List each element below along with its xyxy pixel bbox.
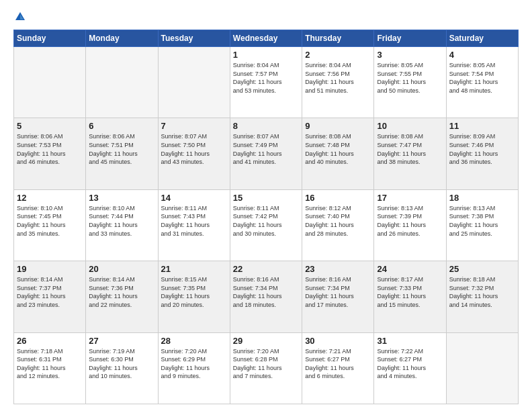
day-info: Sunrise: 7:20 AMSunset: 6:29 PMDaylight:…: [161, 347, 227, 381]
day-number: 14: [161, 193, 227, 203]
weekday-monday: Monday: [86, 30, 158, 47]
calendar-cell: [14, 47, 86, 118]
day-info: Sunrise: 8:13 AMSunset: 7:39 PMDaylight:…: [377, 204, 443, 238]
calendar-cell: 18Sunrise: 8:13 AMSunset: 7:38 PMDayligh…: [446, 189, 518, 261]
day-info: Sunrise: 8:07 AMSunset: 7:49 PMDaylight:…: [233, 132, 299, 166]
calendar-cell: 3Sunrise: 8:05 AMSunset: 7:55 PMDaylight…: [374, 47, 446, 118]
day-number: 5: [17, 121, 83, 131]
calendar-cell: 25Sunrise: 8:18 AMSunset: 7:32 PMDayligh…: [446, 261, 518, 332]
logo-icon: [14, 11, 26, 23]
day-number: 2: [305, 50, 371, 60]
calendar-cell: 27Sunrise: 7:19 AMSunset: 6:30 PMDayligh…: [86, 332, 158, 404]
day-number: 1: [233, 50, 299, 60]
calendar-cell: 6Sunrise: 8:06 AMSunset: 7:51 PMDaylight…: [86, 118, 158, 189]
calendar-cell: 19Sunrise: 8:14 AMSunset: 7:37 PMDayligh…: [14, 261, 86, 332]
calendar-cell: 15Sunrise: 8:11 AMSunset: 7:42 PMDayligh…: [230, 189, 302, 261]
calendar-cell: 11Sunrise: 8:09 AMSunset: 7:46 PMDayligh…: [446, 118, 518, 189]
day-number: 10: [377, 121, 443, 131]
day-info: Sunrise: 7:19 AMSunset: 6:30 PMDaylight:…: [89, 347, 154, 381]
calendar-cell: [446, 332, 518, 404]
day-info: Sunrise: 7:20 AMSunset: 6:28 PMDaylight:…: [233, 347, 299, 381]
header: [13, 12, 519, 23]
week-row-2: 12Sunrise: 8:10 AMSunset: 7:45 PMDayligh…: [14, 189, 519, 261]
calendar-table: SundayMondayTuesdayWednesdayThursdayFrid…: [13, 30, 519, 404]
calendar-cell: 10Sunrise: 8:08 AMSunset: 7:47 PMDayligh…: [374, 118, 446, 189]
calendar-cell: 22Sunrise: 8:16 AMSunset: 7:34 PMDayligh…: [230, 261, 302, 332]
day-number: 21: [161, 264, 227, 274]
weekday-sunday: Sunday: [14, 30, 86, 47]
day-info: Sunrise: 8:11 AMSunset: 7:42 PMDaylight:…: [233, 204, 299, 238]
day-number: 26: [17, 336, 83, 346]
day-info: Sunrise: 8:14 AMSunset: 7:37 PMDaylight:…: [17, 275, 83, 309]
day-info: Sunrise: 8:10 AMSunset: 7:45 PMDaylight:…: [17, 204, 83, 238]
day-number: 20: [89, 264, 154, 274]
day-info: Sunrise: 8:09 AMSunset: 7:46 PMDaylight:…: [449, 132, 515, 166]
day-number: 25: [449, 264, 515, 274]
calendar-cell: 4Sunrise: 8:05 AMSunset: 7:54 PMDaylight…: [446, 47, 518, 118]
calendar-cell: 14Sunrise: 8:11 AMSunset: 7:43 PMDayligh…: [158, 189, 230, 261]
day-number: 23: [305, 264, 371, 274]
day-info: Sunrise: 8:05 AMSunset: 7:54 PMDaylight:…: [449, 61, 515, 95]
day-number: 31: [377, 336, 443, 346]
calendar-cell: 17Sunrise: 8:13 AMSunset: 7:39 PMDayligh…: [374, 189, 446, 261]
day-info: Sunrise: 8:06 AMSunset: 7:51 PMDaylight:…: [89, 132, 154, 166]
day-number: 22: [233, 264, 299, 274]
calendar-cell: 23Sunrise: 8:16 AMSunset: 7:34 PMDayligh…: [302, 261, 374, 332]
day-number: 12: [17, 193, 83, 203]
weekday-thursday: Thursday: [302, 30, 374, 47]
day-number: 8: [233, 121, 299, 131]
day-number: 17: [377, 193, 443, 203]
calendar-cell: 26Sunrise: 7:18 AMSunset: 6:31 PMDayligh…: [14, 332, 86, 404]
day-info: Sunrise: 8:12 AMSunset: 7:40 PMDaylight:…: [305, 204, 371, 238]
calendar-cell: [86, 47, 158, 118]
day-info: Sunrise: 8:18 AMSunset: 7:32 PMDaylight:…: [449, 275, 515, 309]
day-info: Sunrise: 7:18 AMSunset: 6:31 PMDaylight:…: [17, 347, 83, 381]
day-info: Sunrise: 7:21 AMSunset: 6:27 PMDaylight:…: [305, 347, 371, 381]
day-number: 6: [89, 121, 154, 131]
day-info: Sunrise: 8:16 AMSunset: 7:34 PMDaylight:…: [305, 275, 371, 309]
day-number: 28: [161, 336, 227, 346]
calendar-cell: 13Sunrise: 8:10 AMSunset: 7:44 PMDayligh…: [86, 189, 158, 261]
calendar-cell: 20Sunrise: 8:14 AMSunset: 7:36 PMDayligh…: [86, 261, 158, 332]
day-info: Sunrise: 8:17 AMSunset: 7:33 PMDaylight:…: [377, 275, 443, 309]
calendar-cell: 5Sunrise: 8:06 AMSunset: 7:53 PMDaylight…: [14, 118, 86, 189]
day-number: 7: [161, 121, 227, 131]
day-number: 19: [17, 264, 83, 274]
calendar-cell: 7Sunrise: 8:07 AMSunset: 7:50 PMDaylight…: [158, 118, 230, 189]
day-number: 11: [449, 121, 515, 131]
day-number: 29: [233, 336, 299, 346]
calendar-cell: 1Sunrise: 8:04 AMSunset: 7:57 PMDaylight…: [230, 47, 302, 118]
calendar-cell: 8Sunrise: 8:07 AMSunset: 7:49 PMDaylight…: [230, 118, 302, 189]
day-number: 18: [449, 193, 515, 203]
calendar-cell: 29Sunrise: 7:20 AMSunset: 6:28 PMDayligh…: [230, 332, 302, 404]
day-info: Sunrise: 8:08 AMSunset: 7:48 PMDaylight:…: [305, 132, 371, 166]
day-number: 27: [89, 336, 154, 346]
day-number: 30: [305, 336, 371, 346]
day-info: Sunrise: 8:04 AMSunset: 7:56 PMDaylight:…: [305, 61, 371, 95]
day-info: Sunrise: 8:16 AMSunset: 7:34 PMDaylight:…: [233, 275, 299, 309]
day-info: Sunrise: 8:04 AMSunset: 7:57 PMDaylight:…: [233, 61, 299, 95]
day-info: Sunrise: 7:22 AMSunset: 6:27 PMDaylight:…: [377, 347, 443, 381]
week-row-4: 26Sunrise: 7:18 AMSunset: 6:31 PMDayligh…: [14, 332, 519, 404]
calendar-cell: 21Sunrise: 8:15 AMSunset: 7:35 PMDayligh…: [158, 261, 230, 332]
page: SundayMondayTuesdayWednesdayThursdayFrid…: [0, 0, 532, 411]
calendar-cell: 16Sunrise: 8:12 AMSunset: 7:40 PMDayligh…: [302, 189, 374, 261]
day-info: Sunrise: 8:11 AMSunset: 7:43 PMDaylight:…: [161, 204, 227, 238]
logo: [13, 12, 26, 23]
weekday-friday: Friday: [374, 30, 446, 47]
week-row-1: 5Sunrise: 8:06 AMSunset: 7:53 PMDaylight…: [14, 118, 519, 189]
calendar-cell: 28Sunrise: 7:20 AMSunset: 6:29 PMDayligh…: [158, 332, 230, 404]
day-number: 16: [305, 193, 371, 203]
weekday-tuesday: Tuesday: [158, 30, 230, 47]
weekday-header-row: SundayMondayTuesdayWednesdayThursdayFrid…: [14, 30, 519, 47]
day-info: Sunrise: 8:06 AMSunset: 7:53 PMDaylight:…: [17, 132, 83, 166]
calendar-cell: 31Sunrise: 7:22 AMSunset: 6:27 PMDayligh…: [374, 332, 446, 404]
day-info: Sunrise: 8:07 AMSunset: 7:50 PMDaylight:…: [161, 132, 227, 166]
weekday-saturday: Saturday: [446, 30, 518, 47]
calendar-cell: 2Sunrise: 8:04 AMSunset: 7:56 PMDaylight…: [302, 47, 374, 118]
day-info: Sunrise: 8:08 AMSunset: 7:47 PMDaylight:…: [377, 132, 443, 166]
calendar-cell: 24Sunrise: 8:17 AMSunset: 7:33 PMDayligh…: [374, 261, 446, 332]
day-number: 4: [449, 50, 515, 60]
day-number: 13: [89, 193, 154, 203]
day-info: Sunrise: 8:05 AMSunset: 7:55 PMDaylight:…: [377, 61, 443, 95]
